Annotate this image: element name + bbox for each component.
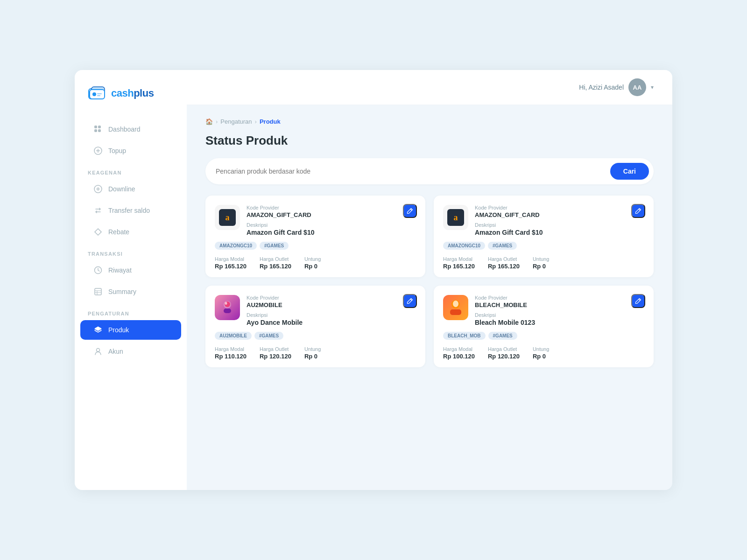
search-button[interactable]: Cari xyxy=(610,163,649,180)
sidebar-item-downline-label: Downline xyxy=(108,185,135,193)
svg-line-23 xyxy=(410,209,412,210)
edit-button[interactable] xyxy=(403,204,417,218)
deskripsi-value: Amazon Gift Card $10 xyxy=(247,229,416,236)
deskripsi-label: Deskripsi xyxy=(247,222,416,228)
deskripsi-label: Deskripsi xyxy=(475,222,644,228)
card-top: a Kode Provider AMAZON_GIFT_CARD Deskrip… xyxy=(215,205,416,236)
sidebar-item-riwayat[interactable]: Riwayat xyxy=(80,260,181,280)
edit-button[interactable] xyxy=(631,204,645,218)
harga-outlet-block: Harga Outlet Rp 165.120 xyxy=(488,256,520,270)
main-content: 🏠 › Pengaturan › Produk Status Produk Ca… xyxy=(187,105,672,490)
svg-line-24 xyxy=(639,209,640,210)
amazon-icon: a xyxy=(219,209,236,226)
card-top: a Kode Provider AMAZON_GIFT_CARD Deskrip… xyxy=(443,205,644,236)
prices-row: Harga Modal Rp 165.120 Harga Outlet Rp 1… xyxy=(215,256,416,270)
search-input[interactable] xyxy=(216,168,605,175)
harga-modal-value: Rp 165.120 xyxy=(215,263,247,270)
harga-outlet-block: Harga Outlet Rp 120.120 xyxy=(488,346,520,360)
sidebar-item-dashboard[interactable]: Dashboard xyxy=(80,119,181,139)
sidebar-item-produk[interactable]: Produk xyxy=(80,320,181,340)
harga-outlet-label: Harga Outlet xyxy=(260,346,291,352)
edit-button[interactable] xyxy=(631,294,645,308)
logo-icon xyxy=(88,85,108,102)
svg-rect-8 xyxy=(94,129,97,132)
deskripsi-value: Ayo Dance Mobile xyxy=(247,319,416,326)
product-tag: AMAZONGC10 xyxy=(443,242,485,250)
kode-provider-value: AU2MOBILE xyxy=(247,301,416,308)
grid-icon xyxy=(93,125,103,134)
product-tag: AU2MOBILE xyxy=(215,332,252,340)
harga-outlet-value: Rp 165.120 xyxy=(488,263,520,270)
header: Hi, Azizi Asadel AA ▾ xyxy=(187,70,672,105)
harga-modal-block: Harga Modal Rp 165.120 xyxy=(443,256,475,270)
untung-block: Untung Rp 0 xyxy=(533,256,549,270)
tags-row: AU2MOBILE#GAMES xyxy=(215,332,416,340)
sidebar-item-transfer-saldo[interactable]: Transfer saldo xyxy=(80,201,181,220)
main-container: cashplus Dashboard Topup KEAGENAN Downli… xyxy=(75,70,672,490)
harga-modal-value: Rp 110.120 xyxy=(215,353,247,360)
tags-row: AMAZONGC10#GAMES xyxy=(443,242,644,250)
svg-rect-4 xyxy=(97,93,102,94)
harga-modal-value: Rp 165.120 xyxy=(443,263,475,270)
untung-value: Rp 0 xyxy=(304,353,321,360)
avatar[interactable]: AA xyxy=(628,78,646,96)
tags-row: BLEACH_MOB#GAMES xyxy=(443,332,644,340)
breadcrumb-pengaturan[interactable]: Pengaturan xyxy=(220,118,252,125)
sidebar: cashplus Dashboard Topup KEAGENAN Downli… xyxy=(75,70,187,490)
product-tag: AMAZONGC10 xyxy=(215,242,257,250)
svg-rect-2 xyxy=(90,90,105,99)
sidebar-item-rebate[interactable]: Rebate xyxy=(80,222,181,242)
untung-value: Rp 0 xyxy=(304,263,321,270)
svg-rect-9 xyxy=(98,129,101,132)
card-top: Kode Provider AU2MOBILE Deskripsi Ayo Da… xyxy=(215,295,416,326)
sidebar-item-summary[interactable]: Summary xyxy=(80,282,181,301)
clock-icon xyxy=(93,266,103,275)
kode-provider-label: Kode Provider xyxy=(247,295,416,301)
svg-line-33 xyxy=(639,299,640,301)
breadcrumb: 🏠 › Pengaturan › Produk xyxy=(205,118,654,125)
harga-outlet-value: Rp 120.120 xyxy=(260,353,291,360)
untung-label: Untung xyxy=(533,346,549,352)
search-bar: Cari xyxy=(205,158,654,184)
edit-button[interactable] xyxy=(403,294,417,308)
sidebar-item-topup[interactable]: Topup xyxy=(80,141,181,161)
breadcrumb-sep2: › xyxy=(255,118,257,125)
section-transaksi-label: TRANSAKSI xyxy=(75,243,187,259)
product-info: Kode Provider AU2MOBILE Deskripsi Ayo Da… xyxy=(247,295,416,326)
product-tag: #GAMES xyxy=(488,242,517,250)
product-card: a Kode Provider AMAZON_GIFT_CARD Deskrip… xyxy=(434,196,654,277)
sidebar-item-topup-label: Topup xyxy=(108,147,126,154)
svg-rect-7 xyxy=(98,126,101,128)
diamond-icon xyxy=(93,227,103,237)
harga-modal-value: Rp 100.120 xyxy=(443,353,475,360)
harga-outlet-value: Rp 120.120 xyxy=(488,353,520,360)
sidebar-item-dashboard-label: Dashboard xyxy=(108,126,141,133)
untung-label: Untung xyxy=(304,346,321,352)
sidebar-item-downline[interactable]: Downline xyxy=(80,179,181,199)
product-thumb xyxy=(443,295,468,320)
untung-block: Untung Rp 0 xyxy=(304,346,321,360)
untung-block: Untung Rp 0 xyxy=(533,346,549,360)
amazon-icon: a xyxy=(447,209,464,226)
section-pengaturan-label: PENGATURAN xyxy=(75,302,187,319)
layers-icon xyxy=(93,325,103,335)
svg-point-22 xyxy=(97,349,100,352)
prices-row: Harga Modal Rp 165.120 Harga Outlet Rp 1… xyxy=(443,256,644,270)
logo-text: cashplus xyxy=(111,87,154,99)
svg-rect-28 xyxy=(224,308,231,313)
svg-rect-32 xyxy=(450,309,461,315)
breadcrumb-produk: Produk xyxy=(260,118,281,125)
chevron-down-icon[interactable]: ▾ xyxy=(651,84,654,91)
product-thumb: a xyxy=(443,205,468,230)
product-info: Kode Provider BLEACH_MOBILE Deskripsi Bl… xyxy=(475,295,644,326)
home-icon[interactable]: 🏠 xyxy=(205,118,213,125)
sidebar-item-produk-label: Produk xyxy=(108,326,129,334)
svg-point-3 xyxy=(92,92,96,96)
sidebar-item-akun[interactable]: Akun xyxy=(80,342,181,361)
deskripsi-label: Deskripsi xyxy=(475,312,644,318)
breadcrumb-sep1: › xyxy=(216,118,218,125)
table-icon xyxy=(93,287,103,296)
product-card: Kode Provider AU2MOBILE Deskripsi Ayo Da… xyxy=(205,286,425,367)
harga-modal-block: Harga Modal Rp 165.120 xyxy=(215,256,247,270)
user-info: Hi, Azizi Asadel AA ▾ xyxy=(579,78,654,96)
